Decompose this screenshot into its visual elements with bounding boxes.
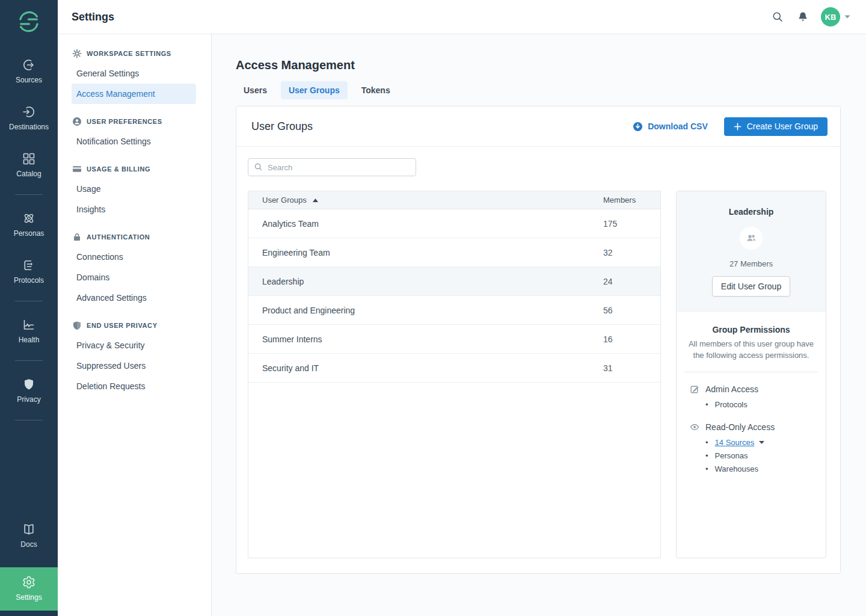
- shield-icon: [72, 321, 82, 330]
- user-avatar[interactable]: KB: [821, 7, 840, 26]
- group-name: Leadership: [262, 277, 603, 286]
- table-row[interactable]: Security and IT 31: [248, 354, 660, 383]
- detail-group-name: Leadership: [686, 207, 816, 217]
- topbar-actions: KB: [758, 7, 850, 26]
- segment-logo-icon[interactable]: [15, 8, 43, 35]
- create-user-group-label: Create User Group: [747, 122, 818, 131]
- nav-item-general-settings[interactable]: General Settings: [72, 63, 196, 84]
- table-header-row: User Groups Members: [248, 191, 660, 209]
- group-members: 32: [603, 248, 646, 257]
- column-header-label: User Groups: [262, 196, 307, 205]
- nav-section-usage-billing: USAGE & BILLING Usage Insights: [58, 159, 211, 220]
- group-permissions-section: Group Permissions All members of this us…: [677, 312, 826, 476]
- nav-item-connections[interactable]: Connections: [72, 247, 196, 267]
- create-user-group-button[interactable]: Create User Group: [724, 117, 828, 136]
- section-header: USER PREFERENCES: [58, 112, 211, 131]
- rail-item-label: Catalog: [16, 170, 41, 178]
- tab-user-groups[interactable]: User Groups: [281, 81, 348, 99]
- docs-book-icon: [22, 522, 36, 537]
- group-name: Security and IT: [262, 363, 603, 373]
- section-title: WORKSPACE SETTINGS: [87, 50, 171, 57]
- table-row[interactable]: Summer Interns 16: [248, 325, 660, 354]
- rail-divider: [15, 301, 43, 301]
- edit-user-group-button[interactable]: Edit User Group: [712, 276, 790, 297]
- permission-item: Protocols: [705, 398, 815, 411]
- group-name: Product and Engineering: [262, 306, 603, 315]
- tab-users[interactable]: Users: [236, 81, 275, 99]
- rail-nav: Sources Destinations Catalog: [0, 48, 58, 427]
- group-avatar: [740, 227, 763, 250]
- permissions-subtitle: All members of this user group have the …: [687, 339, 815, 362]
- settings-nav: WORKSPACE SETTINGS General Settings Acce…: [58, 34, 212, 616]
- permission-label: Personas: [715, 449, 748, 463]
- rail-item-docs[interactable]: Docs: [0, 516, 58, 555]
- rail-divider: [15, 360, 43, 361]
- rail-item-sources[interactable]: Sources: [0, 52, 58, 90]
- table-row[interactable]: Analytics Team 175: [248, 209, 660, 238]
- nav-item-deletion-requests[interactable]: Deletion Requests: [72, 376, 196, 396]
- table-row[interactable]: Engineering Team 32: [248, 238, 660, 267]
- permission-label: Protocols: [715, 398, 748, 411]
- readonly-access-list: 14 Sources Personas Warehouses: [687, 436, 815, 476]
- personas-icon: [22, 211, 36, 226]
- right-column: Settings KB: [58, 0, 866, 616]
- rail-item-settings[interactable]: Settings: [0, 567, 58, 611]
- sources-count-link[interactable]: 14 Sources: [715, 436, 755, 449]
- user-groups-table: User Groups Members Analytics Team: [248, 191, 661, 558]
- search-icon[interactable]: [772, 11, 784, 23]
- sort-ascending-icon: [313, 199, 318, 202]
- tab-tokens[interactable]: Tokens: [354, 81, 398, 99]
- rail-divider: [15, 420, 43, 420]
- nav-item-notification-settings[interactable]: Notification Settings: [72, 131, 196, 152]
- search-box: [248, 158, 416, 176]
- rail-item-destinations[interactable]: Destinations: [0, 99, 58, 137]
- column-header-user-groups[interactable]: User Groups: [262, 196, 603, 205]
- protocols-icon: [22, 258, 36, 273]
- permission-item: Personas: [705, 449, 815, 463]
- detail-member-count: 27 Members: [686, 259, 816, 268]
- section-header: WORKSPACE SETTINGS: [58, 44, 211, 63]
- rail-item-catalog[interactable]: Catalog: [0, 146, 58, 184]
- section-header: AUTHENTICATION: [58, 227, 211, 247]
- notifications-bell-icon[interactable]: [797, 11, 809, 23]
- nav-item-access-management[interactable]: Access Management: [72, 84, 196, 104]
- settings-gear-icon: [22, 575, 36, 590]
- rail-item-privacy[interactable]: Privacy: [0, 371, 58, 410]
- admin-access-label: Admin Access: [705, 384, 758, 394]
- admin-access-list: Protocols: [687, 398, 815, 411]
- download-csv-link[interactable]: Download CSV: [633, 122, 708, 132]
- page-title: Access Management: [236, 58, 841, 72]
- table-row[interactable]: Product and Engineering 56: [248, 296, 660, 325]
- rail-item-protocols[interactable]: Protocols: [0, 252, 58, 291]
- group-members: 16: [603, 334, 646, 344]
- group-members: 56: [603, 306, 646, 315]
- nav-item-privacy-security[interactable]: Privacy & Security: [72, 335, 196, 356]
- nav-section-authentication: AUTHENTICATION Connections Domains Advan…: [58, 227, 211, 308]
- rail-item-health[interactable]: Health: [0, 312, 58, 350]
- table-row-selected[interactable]: Leadership 24: [248, 267, 660, 296]
- caret-down-icon[interactable]: [759, 441, 764, 444]
- user-circle-icon: [72, 117, 82, 126]
- section-title: USER PREFERENCES: [87, 118, 162, 125]
- gear-icon: [72, 49, 82, 58]
- rail-item-label: Health: [19, 336, 40, 344]
- nav-item-usage[interactable]: Usage: [72, 179, 196, 199]
- nav-item-domains[interactable]: Domains: [72, 267, 196, 288]
- group-members: 175: [603, 219, 646, 229]
- section-header: END USER PRIVACY: [58, 316, 211, 335]
- avatar-caret-down-icon[interactable]: [844, 15, 850, 19]
- rail-item-personas[interactable]: Personas: [0, 205, 58, 244]
- sources-icon: [22, 58, 36, 72]
- nav-item-suppressed-users[interactable]: Suppressed Users: [72, 356, 196, 376]
- nav-section-user-preferences: USER PREFERENCES Notification Settings: [58, 112, 211, 152]
- tab-bar: Users User Groups Tokens: [236, 81, 841, 99]
- card-title: User Groups: [251, 120, 633, 133]
- primary-nav-rail: Sources Destinations Catalog: [0, 0, 58, 616]
- plus-icon: [734, 123, 742, 131]
- group-members: 31: [603, 363, 646, 373]
- section-title: AUTHENTICATION: [87, 233, 150, 241]
- nav-item-advanced-settings[interactable]: Advanced Settings: [72, 288, 196, 308]
- search-input[interactable]: [248, 158, 416, 176]
- nav-item-insights[interactable]: Insights: [72, 199, 196, 220]
- rail-item-label: Sources: [16, 76, 42, 84]
